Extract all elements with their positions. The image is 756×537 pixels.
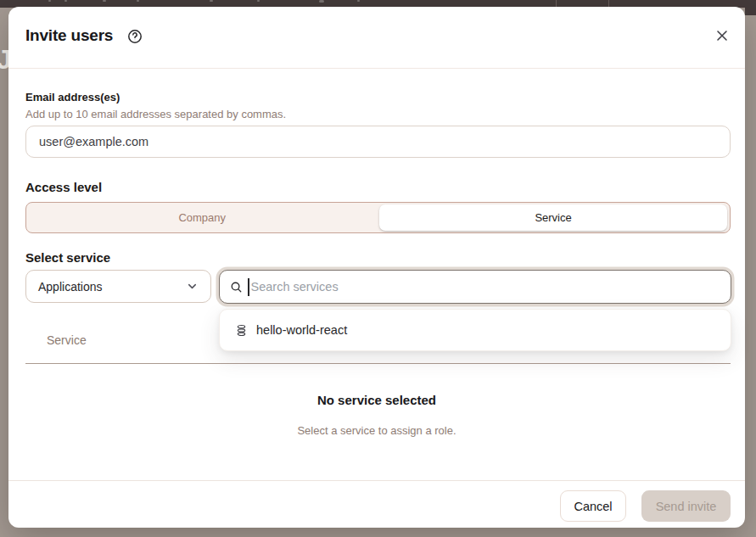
help-circle-icon[interactable] [127,29,143,44]
access-option-service[interactable]: Service [379,204,727,231]
table-divider [25,363,731,364]
service-search-input[interactable] [251,280,721,294]
service-category-value: Applications [38,280,103,294]
search-icon [230,281,243,294]
navbar-text-remnant [48,0,51,2]
cancel-button[interactable]: Cancel [560,490,626,522]
table-header-service: Service [47,333,87,347]
access-level-label: Access level [25,180,102,194]
navbar-text-remnant [103,0,106,2]
text-caret [248,278,249,296]
access-option-company[interactable]: Company [26,203,378,232]
email-label: Email address(es) [25,91,120,103]
background-navbar-corner [745,0,756,15]
service-category-select[interactable]: Applications [25,270,211,303]
select-service-label: Select service [25,250,110,265]
empty-state-title: No service selected [8,393,745,407]
navbar-text-remnant [357,0,360,2]
layers-icon [235,324,248,337]
navbar-text-remnant [319,0,324,3]
background-page-text-remnant: J [0,44,8,78]
modal-title: Invite users [25,26,113,45]
close-icon[interactable] [714,27,731,44]
navbar-text-remnant [64,0,67,2]
search-results-dropdown: hello-world-react [219,309,731,351]
send-invite-button[interactable]: Send invite [641,490,731,522]
access-level-segmented-control: Company Service [25,202,731,233]
footer-divider [8,480,745,481]
empty-state-subtitle: Select a service to assign a role. [8,424,745,437]
search-result-hello-world-react[interactable]: hello-world-react [220,310,731,350]
header-divider [8,68,745,69]
invite-users-modal: Invite users Email address(es) Add up to… [8,7,745,528]
email-input[interactable] [25,126,731,158]
search-result-label: hello-world-react [256,323,347,337]
service-search-box[interactable] [219,270,731,304]
navbar-text-remnant [137,0,139,2]
navbar-text-remnant [210,0,213,2]
chevron-down-icon [186,280,199,293]
navbar-text-remnant [257,0,260,2]
email-helper-text: Add up to 10 email addresses separated b… [25,108,286,120]
